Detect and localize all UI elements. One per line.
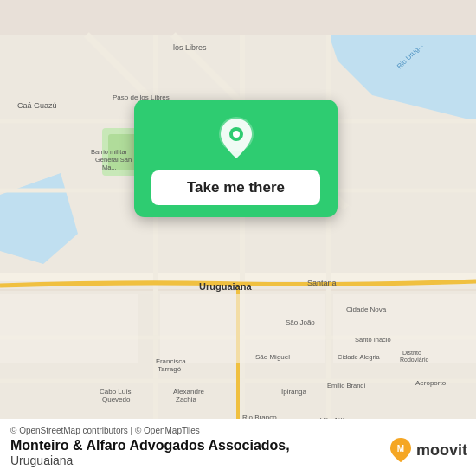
svg-point-54: [233, 131, 240, 138]
svg-rect-22: [160, 294, 325, 363]
svg-text:Emilio Brandi: Emilio Brandi: [327, 382, 366, 389]
info-bar: © OpenStreetMap contributors | © OpenMap…: [0, 419, 476, 476]
map-overlay: los Libres Paso de los Libres Caá Guazú …: [0, 0, 476, 476]
svg-text:São João: São João: [286, 318, 315, 326]
svg-text:M: M: [397, 444, 404, 453]
svg-text:Santo Inácio: Santo Inácio: [355, 336, 391, 344]
svg-text:Tarragó: Tarragó: [158, 365, 182, 373]
svg-text:Rodoviário: Rodoviário: [400, 357, 429, 363]
svg-text:Barrio militar: Barrio militar: [91, 148, 128, 156]
svg-text:Zachia: Zachia: [176, 396, 197, 403]
svg-text:Quevedo: Quevedo: [102, 396, 131, 403]
svg-rect-21: [0, 294, 138, 363]
svg-text:General San: General San: [95, 156, 132, 164]
svg-text:Cidade Alegria: Cidade Alegria: [338, 353, 381, 361]
svg-text:Cidade Nova: Cidade Nova: [346, 306, 387, 313]
moovit-pin-icon: M: [389, 436, 413, 464]
svg-text:Caá Guazú: Caá Guazú: [17, 101, 57, 110]
moovit-logo: M moovit: [389, 436, 467, 464]
location-card[interactable]: Take me there: [134, 100, 338, 217]
svg-text:los Libres: los Libres: [173, 43, 207, 52]
pin-icon-container: [213, 115, 260, 162]
moovit-text: moovit: [416, 441, 467, 460]
location-pin-icon: [215, 115, 257, 162]
svg-text:Santana: Santana: [307, 279, 337, 287]
svg-text:Uruguaiana: Uruguaiana: [199, 281, 252, 292]
svg-text:Cabo Luís: Cabo Luís: [100, 388, 131, 396]
take-me-there-button[interactable]: Take me there: [151, 170, 320, 205]
place-name: Monteiro & Alfaro Advogados Associados,: [10, 438, 290, 453]
svg-text:Francisca: Francisca: [156, 357, 186, 365]
svg-text:Distrito: Distrito: [402, 350, 421, 356]
map-container: los Libres Paso de los Libres Caá Guazú …: [0, 0, 476, 476]
svg-text:Ma...: Ma...: [102, 164, 117, 171]
svg-text:Aeroporto: Aeroporto: [415, 379, 447, 387]
svg-text:São Miguel: São Miguel: [255, 353, 290, 361]
svg-text:Alexandre: Alexandre: [173, 388, 205, 396]
place-city: Uruguaiana: [10, 453, 290, 467]
svg-text:Ipiranga: Ipiranga: [281, 388, 306, 396]
map-attribution: © OpenStreetMap contributors | © OpenMap…: [10, 426, 466, 435]
